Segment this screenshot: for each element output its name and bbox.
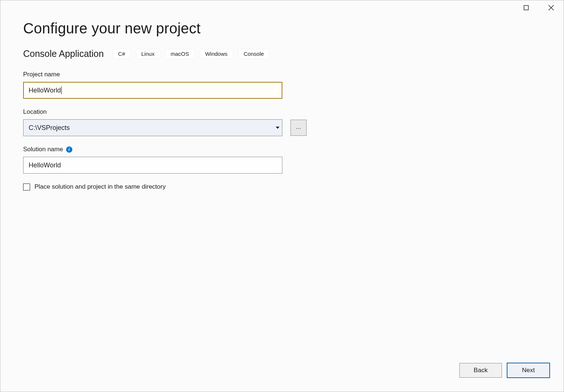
solution-name-label: Solution name <box>23 146 63 153</box>
titlebar <box>523 0 564 17</box>
close-button[interactable] <box>547 4 555 11</box>
solution-name-label-row: Solution name i <box>23 146 549 153</box>
text-caret <box>61 86 62 94</box>
content-area: Configure your new project Console Appli… <box>23 20 549 392</box>
footer-buttons: Back Next <box>459 363 550 378</box>
project-type-tags: C# Linux macOS Windows Console <box>113 49 270 59</box>
project-name-value: HelloWorld <box>29 87 61 94</box>
project-type-row: Console Application C# Linux macOS Windo… <box>23 48 549 59</box>
tag-windows: Windows <box>200 49 233 59</box>
info-icon[interactable]: i <box>66 146 72 153</box>
solution-name-input[interactable] <box>23 157 282 174</box>
location-field: Location ... <box>23 108 549 136</box>
next-button[interactable]: Next <box>507 363 550 378</box>
tag-csharp: C# <box>113 49 131 59</box>
browse-button-label: ... <box>296 124 301 130</box>
location-combo[interactable] <box>23 119 282 136</box>
location-label: Location <box>23 108 549 116</box>
tag-console: Console <box>238 49 270 59</box>
location-combo-wrap <box>23 119 282 136</box>
next-button-label: Next <box>522 367 535 374</box>
tag-linux: Linux <box>136 49 160 59</box>
project-name-label: Project name <box>23 71 549 78</box>
solution-name-field: Solution name i <box>23 146 549 174</box>
tag-macos: macOS <box>165 49 195 59</box>
same-directory-row[interactable]: Place solution and project in the same d… <box>23 183 549 190</box>
same-directory-label: Place solution and project in the same d… <box>35 183 166 190</box>
page-title: Configure your new project <box>23 20 549 37</box>
project-type-name: Console Application <box>23 48 104 59</box>
project-name-input[interactable]: HelloWorld <box>23 82 282 99</box>
browse-button[interactable]: ... <box>290 120 307 136</box>
svg-rect-0 <box>524 6 528 10</box>
dialog-window: Configure your new project Console Appli… <box>0 0 564 392</box>
maximize-button[interactable] <box>523 4 530 11</box>
back-button-label: Back <box>474 367 488 374</box>
same-directory-checkbox[interactable] <box>23 184 30 190</box>
back-button[interactable]: Back <box>459 363 502 378</box>
project-name-field: Project name HelloWorld <box>23 71 549 99</box>
